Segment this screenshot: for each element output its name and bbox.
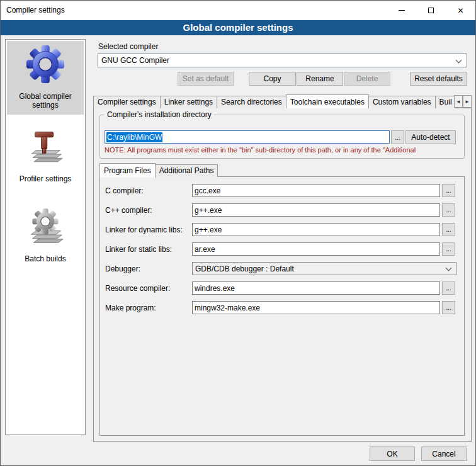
debugger-value: GDB/CDB debugger : Default	[195, 264, 294, 273]
tab-custom-variables[interactable]: Custom variables	[368, 96, 436, 108]
resource-compiler-input[interactable]	[192, 281, 440, 295]
profiler-tool-icon	[27, 130, 64, 166]
close-button[interactable]: ✕	[446, 1, 475, 20]
close-icon: ✕	[457, 7, 463, 14]
field-row-debugger: Debugger: GDB/CDB debugger : Default	[105, 262, 464, 275]
browse-button[interactable]: ...	[442, 242, 455, 256]
make-program-input[interactable]	[192, 301, 440, 314]
sidebar-item-batch-builds[interactable]: Batch builds	[7, 203, 84, 268]
c-compiler-input[interactable]	[192, 184, 440, 197]
cpp-compiler-label: C++ compiler:	[105, 206, 192, 215]
sidebar-item-profiler-settings[interactable]: Profiler settings	[7, 126, 84, 188]
selected-compiler-label: Selected compiler	[98, 42, 158, 51]
minimize-icon	[399, 10, 405, 11]
blue-gear-icon	[26, 45, 65, 84]
make-program-label: Make program:	[105, 304, 192, 312]
cancel-button[interactable]: Cancel	[421, 446, 467, 461]
chevron-down-icon	[446, 265, 452, 271]
compiler-settings-window: Compiler settings ✕ Global compiler sett…	[0, 0, 476, 466]
sidebar-item-global-compiler-settings[interactable]: Global compiler settings	[7, 41, 84, 115]
minimize-button[interactable]	[387, 1, 416, 20]
dialog-header: Global compiler settings	[1, 20, 475, 35]
settings-sidebar: Global compiler settings	[5, 39, 86, 435]
selected-compiler-value: GNU GCC Compiler	[101, 56, 169, 65]
debugger-dropdown[interactable]: GDB/CDB debugger : Default	[192, 262, 456, 275]
tab-toolchain-executables[interactable]: Toolchain executables	[286, 94, 369, 108]
browse-button[interactable]: ...	[442, 184, 455, 197]
tab-compiler-settings[interactable]: Compiler settings	[93, 96, 161, 108]
dialog-title: Global compiler settings	[183, 22, 293, 33]
tab-additional-paths[interactable]: Additional Paths	[155, 164, 218, 177]
sidebar-item-label: Profiler settings	[20, 174, 72, 183]
copy-button[interactable]: Copy	[249, 72, 296, 86]
field-row-c-compiler: C compiler: ...	[105, 184, 464, 197]
field-row-cpp-compiler: C++ compiler: ...	[105, 203, 464, 217]
tab-scroll-right-button[interactable]: ►	[463, 95, 472, 108]
dynamic-linker-input[interactable]	[192, 223, 440, 236]
installation-directory-input[interactable]: C:\raylib\MinGW	[105, 130, 390, 144]
browse-directory-button[interactable]: ...	[391, 130, 404, 144]
arrow-right-icon: ►	[465, 99, 470, 105]
set-as-default-button[interactable]: Set as default	[178, 72, 234, 86]
tab-search-directories[interactable]: Search directories	[217, 96, 286, 108]
window-title: Compiler settings	[6, 1, 65, 20]
tab-linker-settings[interactable]: Linker settings	[160, 96, 217, 108]
selected-compiler-dropdown[interactable]: GNU GCC Compiler	[98, 54, 467, 67]
field-row-make-program: Make program: ...	[105, 301, 464, 314]
field-row-static-linker: Linker for static libs: ...	[105, 242, 464, 256]
field-row-resource-compiler: Resource compiler: ...	[105, 281, 464, 295]
gray-gears-icon	[26, 207, 64, 246]
maximize-button[interactable]	[416, 1, 446, 20]
browse-button[interactable]: ...	[442, 281, 455, 295]
auto-detect-button[interactable]: Auto-detect	[405, 130, 456, 144]
tab-build-options[interactable]: Buil	[435, 96, 455, 108]
settings-tabstrip: Compiler settings Linker settings Search…	[93, 94, 455, 108]
debugger-label: Debugger:	[105, 264, 192, 273]
rename-button[interactable]: Rename	[297, 72, 343, 86]
titlebar: Compiler settings ✕	[1, 1, 475, 20]
browse-button[interactable]: ...	[442, 301, 455, 314]
browse-button[interactable]: ...	[442, 203, 455, 217]
browse-button[interactable]: ...	[442, 223, 455, 236]
installation-directory-value: C:\raylib\MinGW	[106, 132, 162, 142]
delete-button[interactable]: Delete	[344, 72, 390, 86]
tab-scroll-left-button[interactable]: ◄	[454, 95, 463, 108]
tab-program-files[interactable]: Program Files	[99, 163, 156, 178]
reset-defaults-button[interactable]: Reset defaults	[410, 72, 467, 86]
sidebar-item-label: Global compiler settings	[8, 92, 82, 110]
cpp-compiler-input[interactable]	[192, 203, 440, 217]
resource-compiler-label: Resource compiler:	[105, 284, 192, 293]
program-files-tabstrip: Program Files Additional Paths	[99, 162, 217, 177]
maximize-icon	[428, 8, 434, 13]
field-row-dynamic-linker: Linker for dynamic libs: ...	[105, 223, 464, 236]
static-linker-input[interactable]	[192, 242, 440, 256]
dynamic-linker-label: Linker for dynamic libs:	[105, 225, 192, 234]
ok-button[interactable]: OK	[370, 446, 415, 461]
program-files-panel: C compiler: ... C++ compiler: ... Linker…	[99, 176, 465, 436]
c-compiler-label: C compiler:	[105, 186, 192, 195]
bin-subdirectory-note: NOTE: All programs must exist either in …	[105, 146, 464, 155]
chevron-down-icon	[456, 57, 462, 64]
installation-directory-label: Compiler's installation directory	[105, 110, 214, 119]
arrow-left-icon: ◄	[456, 99, 461, 105]
static-linker-label: Linker for static libs:	[105, 245, 192, 254]
caption-buttons: ✕	[387, 1, 475, 20]
sidebar-item-label: Batch builds	[25, 254, 65, 263]
